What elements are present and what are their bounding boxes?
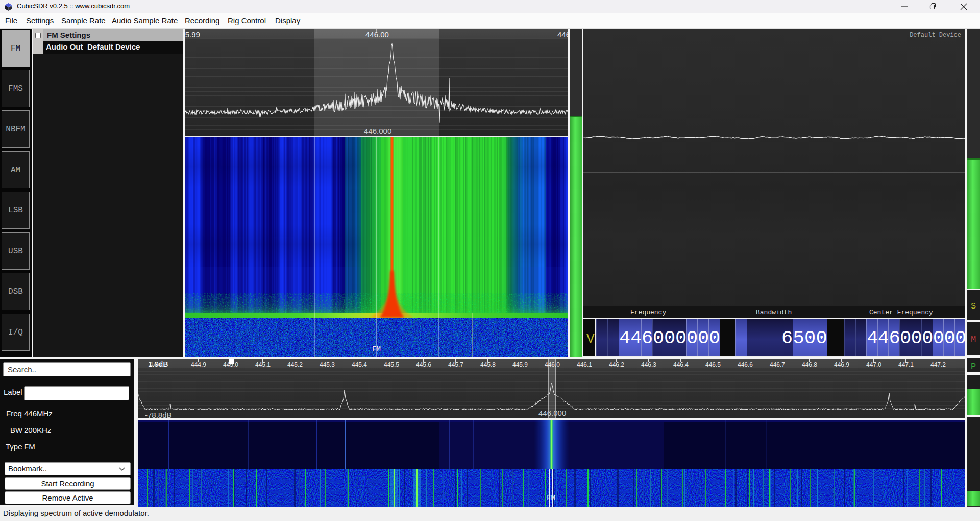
svg-text:FM: FM (372, 345, 381, 353)
svg-text:FM: FM (547, 494, 555, 502)
svg-text:JT: JT (9, 4, 13, 7)
